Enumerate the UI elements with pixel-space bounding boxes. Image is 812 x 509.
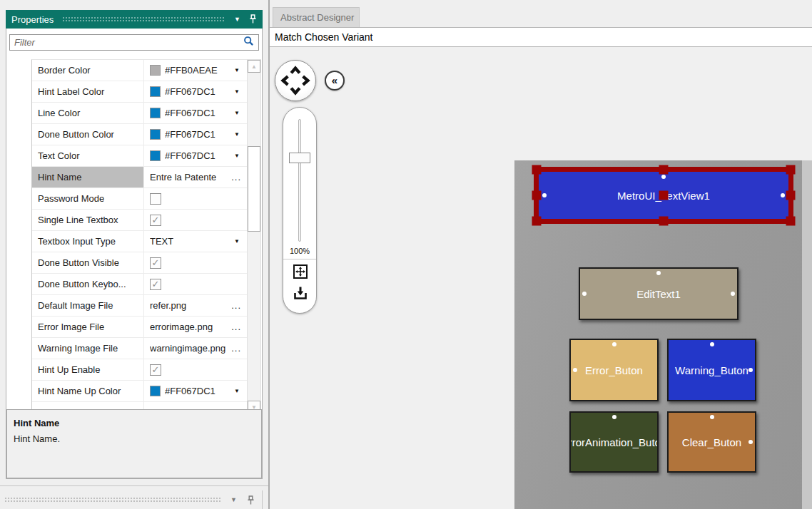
titlebar-drag-grip[interactable] [62,16,225,23]
bottom-bar-menu-chevron-icon[interactable]: ▼ [230,497,237,503]
property-label: Hint Label Color [32,81,144,102]
export-image-button[interactable] [292,284,309,302]
dropdown-arrow-icon[interactable]: ▼ [234,88,240,95]
resize-handle-w[interactable] [532,191,542,200]
property-value: ✓ [144,274,247,294]
collapse-panel-button[interactable]: « [325,71,345,91]
dropdown-arrow-icon[interactable]: ▼ [234,153,240,159]
ellipsis-button[interactable]: ... [231,172,241,182]
control-erroranimation-buton[interactable]: ErrorAnimation_Buton [569,411,659,473]
property-label: Done Button Color [32,124,144,145]
property-label: Line Color [32,103,144,123]
resize-handle-nw[interactable] [532,165,542,175]
move-handle-center[interactable] [659,191,669,200]
bottom-bar-pin-icon[interactable] [247,495,255,505]
property-row[interactable]: Hint Up Enable ✓ [32,359,247,381]
anchor-dot [748,440,753,444]
properties-body: Border Color #FFB0AEAE▼ Hint Label Color… [6,29,263,479]
property-row[interactable]: Hint Name Up Color #FF067DC1▼ [32,381,247,402]
properties-titlebar: Properties ▼ [6,10,263,29]
property-row[interactable]: Done Button Color #FF067DC1▼ [32,124,247,145]
property-value: #FF067DC1▼ [144,81,247,102]
control-clear-buton[interactable]: Clear_Buton [667,411,756,473]
scrollbar-thumb[interactable] [248,146,260,232]
pin-icon[interactable] [249,14,257,24]
dropdown-arrow-icon[interactable]: ▼ [234,110,240,116]
dropdown-arrow-icon[interactable]: ▼ [234,388,240,394]
checkbox-checked[interactable]: ✓ [150,279,161,290]
design-canvas[interactable]: MetroUI_TextView1 EditText1 Error_Buton [514,160,802,509]
control-edittext1[interactable]: EditText1 [579,267,739,320]
property-row[interactable]: Done Button Visible ✓ [32,252,247,274]
control-warning-buton[interactable]: Warning_Buton [667,339,756,401]
color-swatch[interactable] [150,65,161,76]
property-description-text: Hint Name. [14,433,255,444]
dropdown-arrow-icon[interactable]: ▼ [234,238,240,245]
window-menu-chevron-icon[interactable]: ▼ [234,16,240,23]
ellipsis-button[interactable]: ... [231,300,241,311]
property-row[interactable]: Text Color #FF067DC1▼ [32,145,247,167]
color-hex-value: #FF067DC1 [165,86,215,97]
color-hex-value: #FF067DC1 [165,108,215,118]
control-error-buton[interactable]: Error_Buton [569,339,659,401]
zoom-slider-thumb[interactable] [289,153,310,163]
property-row[interactable]: Warning Image File warningimage.png... [32,338,247,359]
dropdown-arrow-icon[interactable]: ▼ [234,131,240,138]
property-value: #FFB0AEAE▼ [144,60,247,81]
bottom-bar-drag-grip[interactable] [4,497,220,503]
ellipsis-button[interactable]: ... [231,322,241,332]
checkbox-unchecked[interactable] [150,193,161,205]
resize-handle-n[interactable] [659,165,669,175]
checkbox-checked[interactable]: ✓ [150,257,161,269]
variant-selector-bar[interactable]: Match Chosen Variant [270,27,812,47]
property-row[interactable]: Hint Name Entre la Patente... [32,167,247,188]
checkbox-checked[interactable]: ✓ [150,364,161,376]
property-row[interactable]: Line Color #FF067DC1▼ [32,103,247,124]
color-swatch[interactable] [150,150,161,161]
collapse-left-icon: « [332,74,338,86]
pan-control[interactable] [275,60,316,101]
fit-to-screen-button[interactable] [292,263,309,280]
property-row[interactable]: Password Mode [32,188,247,210]
selection-frame[interactable]: MetroUI_TextView1 [534,167,793,224]
color-swatch[interactable] [150,108,161,118]
control-label: Clear_Buton [682,436,741,448]
property-description: Hint Name Hint Name. [6,409,262,478]
resize-handle-ne[interactable] [786,165,796,175]
property-value: ✓ [144,252,247,273]
resize-handle-sw[interactable] [532,217,542,226]
ellipsis-button[interactable]: ... [231,343,241,354]
color-swatch[interactable] [150,129,161,140]
resize-handle-se[interactable] [786,217,796,226]
scrollbar-up-button[interactable]: ▲ [248,60,260,73]
property-row[interactable]: Done Button Keybo... ✓ [32,274,247,295]
tab-abstract-designer[interactable]: Abstract Designer [273,7,360,27]
color-swatch[interactable] [150,86,161,97]
properties-title: Properties [11,14,54,25]
tab-label: Abstract Designer [280,12,354,23]
anchor-dot [710,415,714,419]
anchor-dot [612,342,616,346]
property-row[interactable]: Hint Label Color #FF067DC1▼ [32,81,247,103]
dropdown-arrow-icon[interactable]: ▼ [234,67,240,73]
zoom-level-label: 100% [283,247,316,255]
properties-panel: Properties ▼ Border Color #FFB0AEAE▼ Hin… [6,10,263,479]
variant-selector-label: Match Chosen Variant [275,31,372,43]
filter-input[interactable] [14,37,243,48]
anchor-dot [710,342,714,346]
checkbox-checked[interactable]: ✓ [150,215,161,226]
search-icon[interactable] [243,36,254,49]
color-swatch[interactable] [150,386,161,396]
property-row[interactable]: Textbox Input Type TEXT▼ [32,231,247,252]
property-row[interactable]: Error Image File errorimage.png... [32,317,247,338]
resize-handle-e[interactable] [786,191,796,200]
zoom-slider-track[interactable] [298,119,301,242]
property-row[interactable]: Border Color #FFB0AEAE▼ [32,60,247,81]
pan-up-icon [291,68,300,73]
control-label: EditText1 [636,288,681,300]
property-row[interactable]: Default Image File refer.png... [32,295,247,317]
property-value: #FF067DC1▼ [144,381,247,401]
property-row[interactable]: Single Line Textbox ✓ [32,210,247,231]
resize-handle-s[interactable] [659,217,669,226]
property-label: Default Image File [32,295,144,316]
